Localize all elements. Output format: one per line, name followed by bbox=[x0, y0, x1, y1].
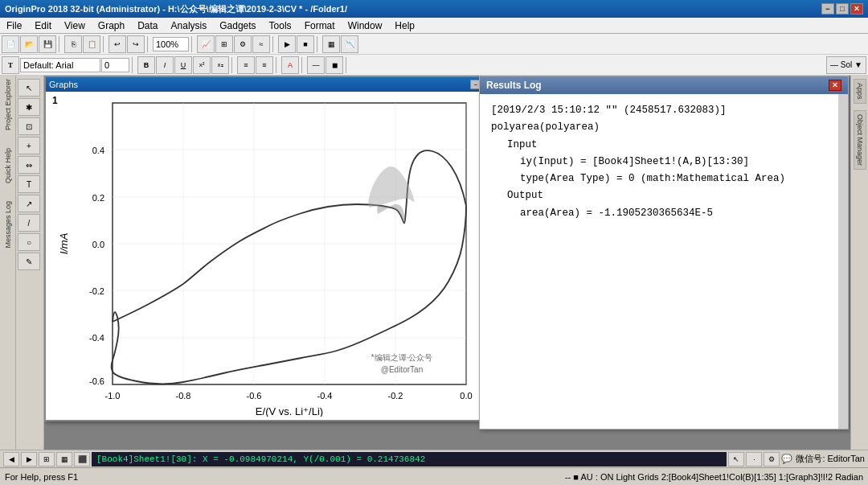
menu-item-data[interactable]: Data bbox=[131, 18, 164, 33]
align-left-btn[interactable]: ≡ bbox=[237, 56, 255, 74]
text-tool[interactable]: T bbox=[18, 175, 40, 193]
svg-text:-0.2: -0.2 bbox=[89, 286, 104, 296]
apps-label[interactable]: Apps bbox=[854, 79, 866, 104]
select-tool[interactable]: ↖ bbox=[18, 79, 40, 97]
content-area: Graphs − □ ✕ 1 bbox=[44, 76, 850, 450]
new-btn[interactable]: 📄 bbox=[2, 35, 19, 53]
maximize-button[interactable]: □ bbox=[836, 3, 849, 14]
sep3 bbox=[147, 36, 150, 52]
svg-text:0.4: 0.4 bbox=[92, 146, 104, 155]
svg-text:-0.6: -0.6 bbox=[247, 391, 262, 401]
sep10 bbox=[301, 57, 305, 73]
move-tool[interactable]: ⇔ bbox=[18, 156, 40, 174]
title-bar: OriginPro 2018 32-bit (Administrator) - … bbox=[0, 0, 868, 18]
menu-item-edit[interactable]: Edit bbox=[28, 18, 58, 33]
minimize-button[interactable]: − bbox=[821, 3, 834, 14]
svg-text:0.0: 0.0 bbox=[460, 391, 472, 401]
copy-btn[interactable]: ⎘ bbox=[64, 35, 82, 53]
bold-btn[interactable]: B bbox=[137, 56, 155, 74]
open-btn[interactable]: 📂 bbox=[20, 35, 38, 53]
line-style-btn[interactable]: — bbox=[307, 56, 325, 74]
svg-text:-0.4: -0.4 bbox=[89, 333, 104, 343]
font-family-input[interactable] bbox=[20, 58, 100, 72]
menu-item-gadgets[interactable]: Gadgets bbox=[213, 18, 262, 33]
results-log-close-btn[interactable]: ✕ bbox=[829, 80, 841, 91]
window-title: OriginPro 2018 32-bit (Administrator) - … bbox=[5, 3, 821, 15]
log-line-3: Input bbox=[491, 137, 827, 154]
sep4 bbox=[191, 36, 194, 52]
fit-btn[interactable]: ≈ bbox=[252, 35, 270, 53]
log-line-2: polyarea(polyarea) bbox=[491, 119, 827, 136]
graph-window-title: Graphs bbox=[49, 80, 470, 89]
log-line-1: [2019/2/3 15:10:12 "" (2458517.632083)] bbox=[491, 102, 827, 119]
svg-text:-0.2: -0.2 bbox=[388, 391, 403, 401]
sidebar-messages-log[interactable]: Messages Log bbox=[4, 201, 12, 249]
zoom-tool[interactable]: ✱ bbox=[18, 98, 40, 116]
tools-panel: ↖ ✱ ⊡ + ⇔ T ↗ / ○ ✎ bbox=[16, 76, 44, 450]
sol-dropdown[interactable]: — Sol ▼ bbox=[826, 56, 866, 74]
sep8 bbox=[231, 57, 235, 73]
help-text: For Help, press F1 bbox=[5, 472, 78, 482]
draw-tool[interactable]: ✎ bbox=[18, 253, 40, 270]
menu-item-file[interactable]: File bbox=[0, 18, 28, 33]
sep6 bbox=[317, 36, 320, 52]
menu-item-analysis[interactable]: Analysis bbox=[165, 18, 214, 33]
results-log-body: [2019/2/3 15:10:12 "" (2458517.632083)] … bbox=[480, 94, 848, 429]
nav-btn-5[interactable]: ⬛ bbox=[74, 452, 90, 467]
analysis-btn[interactable]: ⚙ bbox=[234, 35, 252, 53]
arrow-tool[interactable]: ↗ bbox=[18, 195, 40, 212]
svg-text:E/(V vs. Li⁺/Li): E/(V vs. Li⁺/Li) bbox=[256, 405, 323, 417]
underline-btn[interactable]: U bbox=[174, 56, 192, 74]
undo-btn[interactable]: ↩ bbox=[108, 35, 126, 53]
align-center-btn[interactable]: ≡ bbox=[256, 56, 273, 74]
line-tool[interactable]: / bbox=[18, 214, 40, 232]
crosshair-tool[interactable]: + bbox=[18, 137, 40, 154]
results-log-header: Results Log ✕ bbox=[480, 76, 848, 94]
graph-window: Graphs − □ ✕ 1 bbox=[44, 76, 510, 421]
sidebar-project-explorer[interactable]: Project Explorer bbox=[4, 79, 12, 130]
pointer-btn[interactable]: ↖ bbox=[728, 452, 744, 467]
menu-item-graph[interactable]: Graph bbox=[92, 18, 131, 33]
region-tool[interactable]: ⊡ bbox=[18, 117, 40, 135]
font-size-input[interactable] bbox=[101, 58, 129, 72]
superscript-btn[interactable]: x² bbox=[193, 56, 211, 74]
ellipse-tool[interactable]: ○ bbox=[18, 233, 40, 251]
menu-item-help[interactable]: Help bbox=[388, 18, 421, 33]
line-chart-btn[interactable]: 📉 bbox=[341, 35, 358, 53]
sidebar-quick-help[interactable]: Quick Help bbox=[4, 148, 12, 183]
zoom-input[interactable] bbox=[153, 37, 189, 51]
save-btn[interactable]: 💾 bbox=[39, 35, 56, 53]
toolbar-2: T B I U x² x₂ ≡ ≡ A — ◼ — Sol ▼ bbox=[0, 55, 868, 76]
log-line-5: type(Area Type) = 0 (math:Mathematical A… bbox=[491, 171, 827, 187]
italic-btn[interactable]: I bbox=[156, 56, 174, 74]
nav-btn-3[interactable]: ⊞ bbox=[39, 452, 55, 467]
dot-btn[interactable]: · bbox=[746, 452, 762, 467]
menu-item-tools[interactable]: Tools bbox=[263, 18, 298, 33]
table-btn[interactable]: ⊞ bbox=[215, 35, 233, 53]
coordinate-display: [Book4]Sheet1![30]: X = -0.0984970214, Y… bbox=[92, 452, 727, 467]
paste-btn[interactable]: 📋 bbox=[83, 35, 100, 53]
fill-btn[interactable]: ◼ bbox=[326, 56, 343, 74]
status-bar-1: ◀ ▶ ⊞ ▦ ⬛ [Book4]Sheet1![30]: X = -0.098… bbox=[0, 450, 868, 467]
bar-chart-btn[interactable]: ▦ bbox=[322, 35, 340, 53]
subscript-btn[interactable]: x₂ bbox=[211, 56, 229, 74]
redo-btn[interactable]: ↪ bbox=[127, 35, 145, 53]
nav-btn-1[interactable]: ◀ bbox=[3, 452, 19, 467]
run-btn[interactable]: ▶ bbox=[278, 35, 296, 53]
color-btn[interactable]: A bbox=[281, 56, 299, 74]
log-line-7: area(Area) = -1.1905230365634E-5 bbox=[491, 205, 827, 222]
menu-item-view[interactable]: View bbox=[58, 18, 92, 33]
nav-btn-4[interactable]: ▦ bbox=[56, 452, 72, 467]
menu-item-format[interactable]: Format bbox=[298, 18, 342, 33]
graph-btn[interactable]: 📈 bbox=[197, 35, 215, 53]
menu-item-window[interactable]: Window bbox=[342, 18, 389, 33]
log-line-4: iy(Input) = [Book4]Sheet1!(A,B)[13:30] bbox=[491, 154, 827, 171]
svg-text:*编辑之谭·公众号: *编辑之谭·公众号 bbox=[371, 353, 433, 362]
close-button[interactable]: ✕ bbox=[850, 3, 863, 14]
nav-btn-2[interactable]: ▶ bbox=[21, 452, 37, 467]
stop-btn[interactable]: ■ bbox=[297, 35, 314, 53]
settings-btn[interactable]: ⚙ bbox=[764, 452, 780, 467]
object-manager-label[interactable]: Object Manager bbox=[854, 110, 866, 170]
results-log-panel: Results Log ✕ [2019/2/3 15:10:12 "" (245… bbox=[479, 76, 849, 430]
svg-text:0.2: 0.2 bbox=[92, 193, 104, 203]
